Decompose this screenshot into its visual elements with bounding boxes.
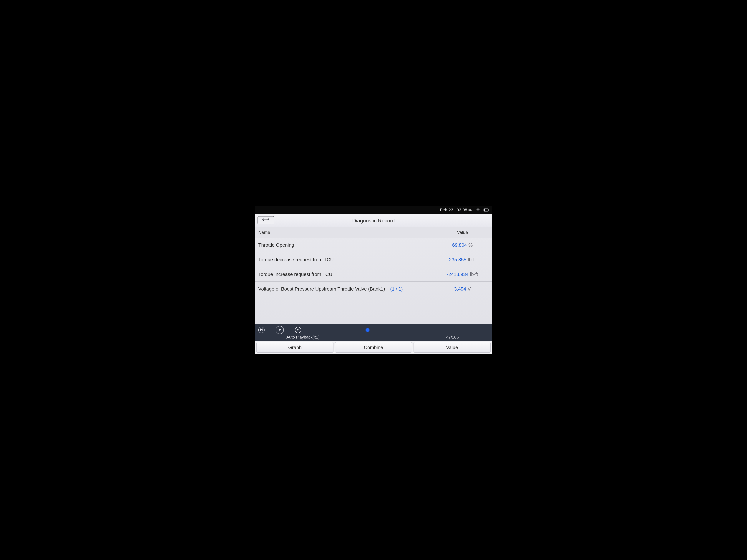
table-row[interactable]: Torque Increase request from TCU -2418.9… <box>255 267 492 282</box>
app-root: Diagnostic Record Name Value Throttle Op… <box>255 214 492 354</box>
table-row[interactable]: Voltage of Boost Pressure Upstream Throt… <box>255 282 492 296</box>
back-button[interactable] <box>258 216 274 224</box>
skip-end-button[interactable] <box>295 327 301 333</box>
row-name-text: Torque decrease request from TCU <box>258 257 334 263</box>
slider-fill <box>320 330 367 330</box>
title-bar: Diagnostic Record <box>255 214 492 227</box>
playback-controls <box>258 325 489 335</box>
row-value-number: 235.855 <box>449 257 466 263</box>
svg-rect-2 <box>488 209 489 211</box>
row-subcount: (1 / 1) <box>390 286 403 292</box>
row-value-number: -2418.934 <box>447 271 468 277</box>
skip-start-icon <box>260 328 263 332</box>
status-bar: Feb 23 03:08 PM <box>255 206 492 214</box>
svg-rect-8 <box>299 328 299 331</box>
wifi-icon <box>476 208 480 212</box>
playback-mode-label: Auto Playback(x1) <box>286 335 319 340</box>
skip-end-icon <box>297 328 300 332</box>
page-title: Diagnostic Record <box>352 218 395 224</box>
slider-thumb[interactable] <box>366 328 369 332</box>
skip-start-button[interactable] <box>258 327 264 333</box>
row-name: Torque decrease request from TCU <box>255 252 433 267</box>
table-row[interactable]: Throttle Opening 69.804 % <box>255 238 492 252</box>
play-button[interactable] <box>276 326 284 334</box>
tab-value[interactable]: Value <box>413 342 491 353</box>
svg-point-0 <box>478 211 479 212</box>
svg-rect-4 <box>260 328 261 331</box>
row-name: Voltage of Boost Pressure Upstream Throt… <box>255 282 433 296</box>
playback-slider[interactable] <box>320 328 489 332</box>
row-value: -2418.934 lb-ft <box>433 267 492 282</box>
tab-graph[interactable]: Graph <box>256 342 334 353</box>
svg-marker-7 <box>297 328 299 331</box>
svg-marker-5 <box>261 328 262 331</box>
col-name: Name <box>255 227 433 238</box>
status-time: 03:08 PM <box>457 208 472 212</box>
row-name-text: Throttle Opening <box>258 242 294 248</box>
battery-icon <box>484 209 489 212</box>
status-time-ampm: PM <box>468 209 472 212</box>
row-name: Throttle Opening <box>255 238 433 252</box>
row-value: 235.855 lb-ft <box>433 252 492 267</box>
back-icon <box>262 217 270 223</box>
playback-labels: Auto Playback(x1) 47/166 <box>258 335 489 340</box>
row-value-unit: lb-ft <box>470 271 478 277</box>
svg-marker-6 <box>279 328 281 331</box>
device-frame: Feb 23 03:08 PM <box>255 206 492 354</box>
status-date: Feb 23 <box>440 208 453 212</box>
data-table: Name Value Throttle Opening 69.804 % Tor… <box>255 227 492 324</box>
row-value-number: 69.804 <box>452 242 467 248</box>
row-value: 3.494 V <box>433 282 492 296</box>
col-value: Value <box>433 227 492 238</box>
table-header: Name Value <box>255 227 492 238</box>
play-icon <box>278 328 281 332</box>
row-value-unit: V <box>468 286 471 292</box>
row-name: Torque Increase request from TCU <box>255 267 433 282</box>
tab-combine[interactable]: Combine <box>335 342 412 353</box>
playback-bar: Auto Playback(x1) 47/166 <box>255 324 492 341</box>
svg-rect-3 <box>484 209 485 211</box>
row-value-unit: lb-ft <box>468 257 476 263</box>
row-value-number: 3.494 <box>454 286 466 292</box>
row-name-text: Voltage of Boost Pressure Upstream Throt… <box>258 286 385 292</box>
status-time-value: 03:08 <box>457 208 467 212</box>
row-value-unit: % <box>468 242 473 248</box>
playback-counter: 47/166 <box>446 335 459 340</box>
row-name-text: Torque Increase request from TCU <box>258 271 332 277</box>
footer-tabs: Graph Combine Value <box>255 341 492 354</box>
table-row[interactable]: Torque decrease request from TCU 235.855… <box>255 252 492 267</box>
row-value: 69.804 % <box>433 238 492 252</box>
